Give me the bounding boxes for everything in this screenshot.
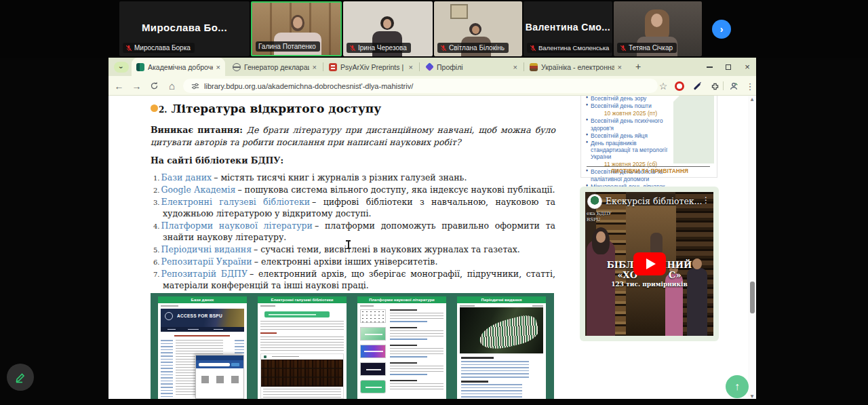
extensions-puzzle-icon	[711, 82, 719, 91]
close-tab-icon[interactable]: ×	[513, 63, 517, 71]
list-number: 3.	[153, 199, 160, 206]
event-link[interactable]: Всесвітній день яйця	[586, 132, 675, 139]
list-intro: На сайті бібліотеки БДПУ:	[151, 155, 283, 166]
tab-title: Генератор декларації GAIDeT	[244, 63, 309, 71]
banner-nav	[161, 327, 244, 332]
participant-label: Світлана Білокінь	[437, 43, 509, 53]
scroll-to-top-button[interactable]: ↑	[726, 375, 749, 398]
tab-search-button[interactable]: ›	[114, 62, 129, 73]
scrollbar-thumb[interactable]	[750, 282, 755, 313]
resource-link[interactable]: Репозитарій БДПУ	[161, 269, 248, 279]
home-button[interactable]: ⌂	[165, 79, 178, 92]
list-number: 5.	[153, 246, 160, 254]
fake-text	[161, 305, 178, 307]
event-link[interactable]: Всесвітній день пошти	[586, 102, 675, 109]
resource-link[interactable]: Репозитарії України	[161, 256, 252, 267]
event-link[interactable]: День працівників стандартизації та метро…	[586, 140, 675, 160]
close-icon: ×	[745, 62, 750, 72]
list-item: 7.Репозитарій БДПУ– електронний архів, щ…	[153, 268, 555, 291]
tab-title: Академічна доброчесність дл	[148, 63, 213, 71]
participant-label: Ірина Черезова	[347, 43, 411, 53]
pen-extension-button[interactable]	[690, 79, 704, 93]
resource-link[interactable]: Електронні галузеві бібліотеки	[161, 197, 311, 207]
address-bar[interactable]: library.bdpu.org.ua/akademichna-dobroche…	[183, 79, 658, 93]
youtube-play-button[interactable]	[633, 252, 666, 275]
participant-tile-tetiana[interactable]: Тетяна Січкар	[614, 1, 702, 56]
participant-tile-svitlana[interactable]: Світлана Білокінь	[434, 1, 522, 56]
browser-menu-button[interactable]: ⋮	[743, 79, 756, 93]
event-link[interactable]: Всесвітній день зору	[586, 96, 675, 102]
tab-akademichna[interactable]: Академічна доброчесність дл ×	[132, 58, 225, 76]
resource-link[interactable]: Платформи наукової літератури	[161, 220, 313, 231]
forward-button[interactable]: →	[130, 79, 143, 92]
page-scrollbar[interactable]: ▲ ▼	[748, 96, 756, 399]
new-tab-button[interactable]: +	[632, 60, 644, 73]
calendar-events-widget: Всесвітній день зору Всесвітній день пош…	[580, 96, 717, 178]
list-item: 3.Електронні галузеві бібліотеки– цифров…	[153, 196, 555, 219]
close-tab-icon[interactable]: ×	[313, 63, 317, 71]
tab-psyarxiv[interactable]: PsyArXiv Preprints | Search ×	[324, 58, 418, 76]
close-window-button[interactable]: ×	[738, 58, 756, 76]
maximize-button[interactable]	[719, 58, 738, 76]
extensions-button[interactable]	[708, 79, 722, 93]
profile-icon	[729, 81, 738, 91]
scroll-up-arrow[interactable]: ▲	[748, 96, 756, 101]
scroll-down-arrow[interactable]: ▼	[748, 393, 756, 398]
channel-line: BSPU	[587, 217, 612, 223]
resource-link[interactable]: Бази даних	[161, 172, 212, 182]
resource-link[interactable]: Періодичні видання	[161, 244, 252, 254]
video-title[interactable]: Екскурсія бібліотек...	[606, 196, 703, 206]
site-info-icon	[191, 82, 199, 90]
toolbar-separator	[723, 81, 724, 90]
channel-avatar[interactable]	[587, 194, 602, 209]
bookmark-star-button[interactable]: ☆	[656, 79, 670, 93]
annotation-pencil-button[interactable]	[7, 364, 34, 391]
participant-tile-myroslava[interactable]: Мирослава Бо... Мирослава Борка	[119, 1, 250, 56]
list-number: 2.	[153, 187, 160, 194]
red-o-icon	[675, 81, 684, 91]
gallery-card-title: Електронні галузеві бібліотеки	[258, 296, 347, 303]
opera-extension-button[interactable]	[673, 79, 686, 93]
events-list: Всесвітній день зору Всесвітній день пош…	[586, 96, 675, 191]
youtube-video-player[interactable]: Екскурсія бібліотек... ⋮ ека БДПУ BSPU Б…	[585, 192, 713, 336]
participant-name: Мирослава Борка	[134, 44, 191, 52]
video-kebab-menu-icon[interactable]: ⋮	[702, 195, 710, 205]
resource-description: – сучасні теми, висвітлені в наукових жу…	[254, 244, 520, 254]
gallery-card-databases: Бази даних ACCESS FOR BSPU	[158, 296, 247, 399]
open-book-photo	[460, 307, 543, 353]
participant-tile-halyna-active-speaker[interactable]: Галина Потапенко	[251, 1, 342, 56]
event-link[interactable]: Всесвітній день психічного здоров'я	[586, 117, 675, 131]
next-participants-button[interactable]: ›	[712, 20, 731, 39]
tab-gaidet[interactable]: Генератор декларації GAIDeT ×	[228, 58, 321, 76]
close-tab-icon[interactable]: ×	[618, 63, 622, 71]
back-button[interactable]: ←	[113, 79, 125, 92]
participant-name: Валентина Смоленська	[538, 44, 609, 52]
reload-button[interactable]	[148, 79, 161, 92]
platform-row	[360, 362, 443, 378]
participant-tile-valentyna[interactable]: Валентина Смо... Валентина Смоленська	[524, 1, 612, 56]
tab-ukrainika[interactable]: Україніка - електронна біблі ×	[525, 58, 627, 76]
psyarxiv-favicon	[329, 63, 337, 71]
webpage-content: 2. Література відкритого доступу Виникає…	[108, 96, 756, 399]
fake-text	[532, 305, 543, 307]
fake-text	[360, 305, 374, 307]
list-number: 7.	[153, 271, 160, 278]
back-icon: ←	[115, 81, 124, 92]
minimize-button[interactable]	[700, 58, 719, 76]
orange-bullet-icon	[151, 104, 158, 112]
list-item: 6.Репозитарії України– електронні архіви…	[153, 256, 555, 267]
popup-icons	[200, 376, 241, 385]
up-arrow-icon: ↑	[734, 381, 740, 393]
close-tab-icon[interactable]: ×	[409, 63, 413, 71]
tab-separator	[419, 62, 420, 71]
profile-avatar-button[interactable]	[727, 79, 741, 93]
calendar-note-block	[673, 96, 714, 163]
green-box-thumbnail	[360, 380, 386, 393]
close-tab-icon[interactable]: ×	[216, 63, 220, 71]
postcards-link[interactable]: ЛИСТІВКИ ТА ПРИВІТАННЯ	[581, 168, 718, 174]
participant-face	[293, 17, 302, 28]
resource-link[interactable]: Google Академія	[161, 185, 236, 195]
resources-list: 1.Бази даних– містять тисячі книг і журн…	[153, 172, 555, 292]
participant-tile-iryna[interactable]: Ірина Черезова	[343, 1, 433, 56]
tab-profili[interactable]: Профілі ×	[420, 58, 522, 76]
